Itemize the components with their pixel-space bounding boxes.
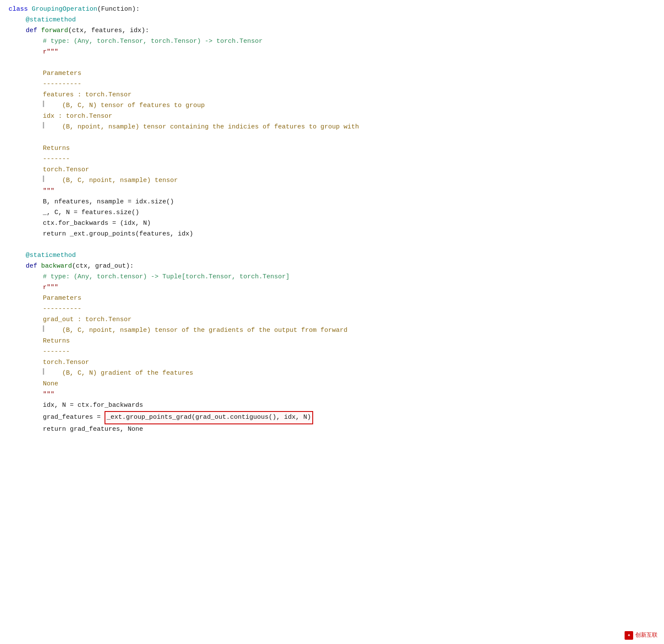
code-line: class GroupingOperation(Function): [0, 4, 664, 15]
code-token: return grad_features, None [43, 424, 143, 435]
code-token: ): [132, 4, 140, 15]
code-line: grad_out : torch.Tensor [0, 315, 664, 325]
code-token: features : torch.Tensor [43, 90, 132, 101]
code-token: def [26, 261, 41, 272]
code-token: ( [97, 4, 101, 15]
code-line [0, 58, 664, 69]
code-token: forward [41, 26, 68, 36]
code-token: Returns [43, 143, 70, 154]
code-token: ctx.for_backwards = (idx, N) [43, 218, 151, 229]
doc-vbar [43, 176, 44, 182]
code-token: """ [43, 390, 54, 400]
code-container: class GroupingOperation(Function):@stati… [0, 0, 664, 644]
code-line: ---------- [0, 79, 664, 90]
code-line: Parameters [0, 293, 664, 304]
code-line: (B, C, npoint, nsample) tensor [0, 176, 664, 186]
code-token: ------- [43, 347, 70, 358]
code-line: ctx.for_backwards = (idx, N) [0, 218, 664, 229]
code-line: _, C, N = features.size() [0, 208, 664, 218]
code-token: Parameters [43, 293, 81, 304]
code-token: ---------- [43, 304, 81, 315]
doc-vbar [43, 122, 44, 128]
code-token: (ctx, features, idx): [68, 26, 149, 36]
code-line: r""" [0, 47, 664, 58]
code-token: grad_out : torch.Tensor [43, 315, 132, 325]
doc-vbar [43, 325, 44, 332]
code-line: @staticmethod [0, 250, 664, 261]
code-line: idx, N = ctx.for_backwards [0, 400, 664, 411]
code-line: Returns [0, 336, 664, 347]
code-token: def [26, 26, 41, 36]
code-line: Returns [0, 143, 664, 154]
code-line: ------- [0, 347, 664, 358]
highlight-box: _ext.group_points_grad(grad_out.contiguo… [105, 411, 313, 424]
code-token: None [43, 379, 58, 390]
code-line: ------- [0, 154, 664, 165]
code-line: def backward(ctx, grad_out): [0, 261, 664, 272]
code-token: _, C, N = features.size() [43, 208, 139, 218]
code-line: B, nfeatures, nsample = idx.size() [0, 197, 664, 208]
code-line: features : torch.Tensor [0, 90, 664, 101]
code-line: (B, npoint, nsample) tensor containing t… [0, 122, 664, 133]
watermark: ✦ 创新互联 [625, 631, 658, 640]
watermark-text: 创新互联 [635, 631, 658, 640]
code-token: (ctx, grad_out): [72, 261, 134, 272]
code-token: r""" [43, 47, 58, 58]
code-token: ------- [43, 154, 70, 165]
code-line: @staticmethod [0, 15, 664, 26]
code-line: """ [0, 186, 664, 197]
code-line: # type: (Any, torch.Tensor, torch.Tensor… [0, 36, 664, 47]
doc-vbar [43, 368, 44, 375]
code-token: (B, C, npoint, nsample) tensor of the gr… [47, 325, 347, 336]
code-line: # type: (Any, torch.tensor) -> Tuple[tor… [0, 272, 664, 283]
code-line: """ [0, 390, 664, 400]
code-line: r""" [0, 283, 664, 293]
code-token: Parameters [43, 69, 81, 79]
code-line: (B, C, npoint, nsample) tensor of the gr… [0, 325, 664, 336]
code-line: grad_features = _ext.group_points_grad(g… [0, 411, 664, 424]
code-token: (B, C, npoint, nsample) tensor [47, 176, 178, 186]
code-token: torch.Tensor [43, 358, 89, 368]
code-token: (B, npoint, nsample) tensor containing t… [47, 122, 359, 133]
code-line: return grad_features, None [0, 424, 664, 435]
code-line [0, 133, 664, 143]
code-token: # type: (Any, torch.Tensor, torch.Tensor… [43, 36, 263, 47]
code-token: class [9, 4, 32, 15]
code-line: (B, C, N) tensor of features to group [0, 101, 664, 111]
watermark-icon: ✦ [625, 631, 633, 640]
code-token: @staticmethod [26, 15, 76, 26]
doc-vbar [43, 101, 44, 107]
code-token: (B, C, N) tensor of features to group [47, 101, 205, 111]
code-token: """ [43, 186, 54, 197]
code-token: GroupingOperation [32, 4, 97, 15]
code-token: torch.Tensor [43, 165, 89, 176]
code-line: (B, C, N) gradient of the features [0, 368, 664, 379]
watermark-logo-char: ✦ [627, 632, 631, 639]
code-token: backward [41, 261, 72, 272]
code-line: ---------- [0, 304, 664, 315]
code-line [0, 240, 664, 250]
code-line: idx : torch.Tensor [0, 111, 664, 122]
code-line: Parameters [0, 69, 664, 79]
code-token: Returns [43, 336, 70, 347]
code-line: None [0, 379, 664, 390]
code-block: class GroupingOperation(Function):@stati… [0, 4, 664, 435]
code-token: grad_features = [43, 412, 105, 423]
code-line: torch.Tensor [0, 165, 664, 176]
code-token: idx : torch.Tensor [43, 111, 112, 122]
code-token: ---------- [43, 79, 81, 90]
code-token: r""" [43, 283, 58, 293]
code-token: B, nfeatures, nsample = idx.size() [43, 197, 174, 208]
code-token: (B, C, N) gradient of the features [47, 368, 193, 379]
code-token: # type: (Any, torch.tensor) -> Tuple[tor… [43, 272, 290, 283]
code-line: def forward(ctx, features, idx): [0, 26, 664, 36]
code-line: torch.Tensor [0, 358, 664, 368]
code-token: idx, N = ctx.for_backwards [43, 400, 143, 411]
code-line: return _ext.group_points(features, idx) [0, 229, 664, 240]
code-token: @staticmethod [26, 250, 76, 261]
code-token: return _ext.group_points(features, idx) [43, 229, 193, 240]
code-token: Function [101, 4, 132, 15]
